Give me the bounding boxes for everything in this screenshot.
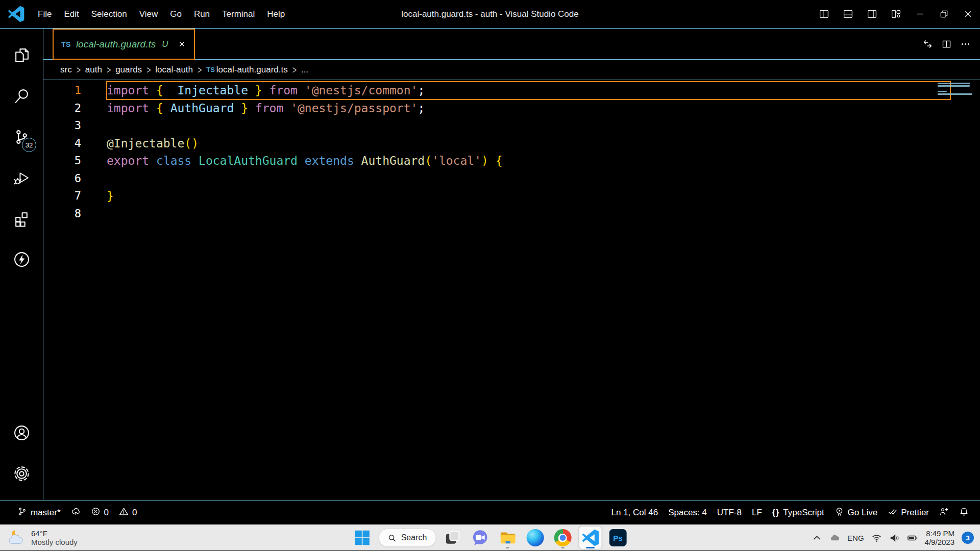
broadcast-icon <box>835 507 844 519</box>
activity-search[interactable] <box>0 77 43 117</box>
menu-file[interactable]: File <box>32 0 58 28</box>
status-language-mode[interactable]: {}TypeScript <box>767 500 829 524</box>
toggle-secondary-sidebar-icon[interactable] <box>860 0 884 28</box>
menu-terminal[interactable]: Terminal <box>216 0 261 28</box>
line-number-2[interactable]: 2 <box>43 99 107 117</box>
teams-chat-button[interactable] <box>469 527 491 549</box>
code-line-7: 7} <box>43 187 980 205</box>
tab-local-auth-guard[interactable]: TS local-auth.guard.ts U <box>53 29 195 60</box>
windows-logo-icon <box>354 529 371 546</box>
teams-chat-icon <box>471 529 488 546</box>
language-indicator[interactable]: ENG <box>847 534 864 542</box>
activity-explorer[interactable] <box>0 36 43 77</box>
wifi-icon[interactable] <box>871 533 882 543</box>
open-changes-icon[interactable] <box>922 39 933 49</box>
activity-extensions[interactable] <box>0 199 43 240</box>
line-number-5[interactable]: 5 <box>43 152 107 170</box>
start-button[interactable] <box>351 527 374 549</box>
vscode-icon <box>581 529 599 546</box>
status-warnings[interactable]: 0 <box>114 500 142 524</box>
minimize-button[interactable] <box>908 0 932 28</box>
task-view-button[interactable] <box>441 527 463 549</box>
braces-icon: {} <box>772 508 779 517</box>
status-encoding[interactable]: UTF-8 <box>712 500 747 524</box>
edge-button[interactable] <box>524 527 546 549</box>
code-line-content-6[interactable] <box>107 170 950 188</box>
taskbar-search[interactable]: Search <box>379 529 436 547</box>
status-branch[interactable]: master* <box>12 500 66 524</box>
status-encoding-label: UTF-8 <box>717 508 742 518</box>
menu-go[interactable]: Go <box>164 0 188 28</box>
status-prettier[interactable]: Prettier <box>883 500 934 524</box>
tab-close-icon[interactable] <box>178 40 186 48</box>
breadcrumb-src[interactable]: src <box>60 65 72 75</box>
volume-icon[interactable] <box>889 533 900 543</box>
code-line-content-5[interactable]: export class LocalAuthGuard extends Auth… <box>107 152 950 170</box>
code-line-content-3[interactable] <box>107 117 950 135</box>
more-actions-icon[interactable] <box>960 39 971 49</box>
close-button[interactable] <box>956 0 980 28</box>
code-line-4: 4@Injectable() <box>43 135 980 153</box>
line-number-6[interactable]: 6 <box>43 170 107 188</box>
file-explorer-button[interactable] <box>496 527 519 549</box>
photoshop-button[interactable]: Ps <box>606 527 629 549</box>
breadcrumb-label: guards <box>115 65 142 75</box>
task-view-icon <box>444 529 461 546</box>
taskbar-apps: Search <box>351 525 629 550</box>
status-notifications[interactable] <box>954 500 974 524</box>
status-eol-label: LF <box>752 508 762 518</box>
source-control-badge: 32 <box>22 138 36 152</box>
clock[interactable]: 8:49 PM 4/9/2023 <box>925 529 954 547</box>
activity-accounts[interactable] <box>0 413 43 454</box>
breadcrumb-local-auth[interactable]: local-auth <box>155 65 193 75</box>
menu-selection[interactable]: Selection <box>85 0 133 28</box>
menu-run[interactable]: Run <box>188 0 216 28</box>
code-line-content-7[interactable]: } <box>107 187 950 205</box>
tray-chevron-up-icon[interactable] <box>812 533 822 543</box>
breadcrumb--[interactable]: ... <box>301 65 308 75</box>
code-line-content-4[interactable]: @Injectable() <box>107 135 950 153</box>
line-number-7[interactable]: 7 <box>43 187 107 205</box>
code-line-content-1[interactable]: import { Injectable } from '@nestjs/comm… <box>107 82 950 99</box>
activity-settings[interactable] <box>0 454 43 495</box>
notification-count-badge[interactable]: 3 <box>962 532 974 544</box>
chrome-button[interactable] <box>551 527 574 549</box>
split-editor-icon[interactable] <box>941 39 952 49</box>
activity-source-control[interactable]: 32 <box>0 117 43 158</box>
breadcrumb-local-auth-guard-ts[interactable]: TSlocal-auth.guard.ts <box>206 65 288 75</box>
breadcrumb-auth[interactable]: auth <box>85 65 102 75</box>
weather-widget[interactable]: 64°F Mostly cloudy <box>7 525 78 550</box>
photoshop-icon: Ps <box>609 529 626 546</box>
breadcrumb-guards[interactable]: guards <box>115 65 142 75</box>
line-number-8[interactable]: 8 <box>43 205 107 223</box>
status-cursor-position[interactable]: Ln 1, Col 46 <box>606 500 664 524</box>
activity-thunder-client[interactable] <box>0 240 43 281</box>
status-eol[interactable]: LF <box>747 500 767 524</box>
code-editor[interactable]: 1import { Injectable } from '@nestjs/com… <box>43 80 980 500</box>
code-line-content-8[interactable] <box>107 205 950 223</box>
settings-icon <box>13 465 30 484</box>
toggle-primary-sidebar-icon[interactable] <box>812 0 836 28</box>
customize-layout-icon[interactable] <box>884 0 908 28</box>
minimap[interactable] <box>938 83 975 104</box>
status-feedback[interactable] <box>934 500 954 524</box>
menu-help[interactable]: Help <box>261 0 291 28</box>
menu-edit[interactable]: Edit <box>58 0 85 28</box>
status-publish[interactable] <box>66 500 86 524</box>
restore-button[interactable] <box>932 0 956 28</box>
line-number-1[interactable]: 1 <box>43 82 107 99</box>
onedrive-icon[interactable] <box>829 533 840 543</box>
activity-run-debug[interactable] <box>0 158 43 199</box>
line-number-4[interactable]: 4 <box>43 135 107 153</box>
line-number-3[interactable]: 3 <box>43 117 107 135</box>
vscode-taskbar-button[interactable] <box>579 527 601 549</box>
status-indentation[interactable]: Spaces: 4 <box>663 500 712 524</box>
code-line-content-2[interactable]: import { AuthGuard } from '@nestjs/passp… <box>107 99 950 117</box>
minimap-line <box>938 91 947 92</box>
menu-view[interactable]: View <box>133 0 164 28</box>
git-status-untracked: U <box>162 39 168 49</box>
toggle-panel-icon[interactable] <box>836 0 860 28</box>
battery-icon[interactable] <box>907 533 918 543</box>
status-errors[interactable]: 0 <box>86 500 114 524</box>
status-go-live[interactable]: Go Live <box>829 500 883 524</box>
